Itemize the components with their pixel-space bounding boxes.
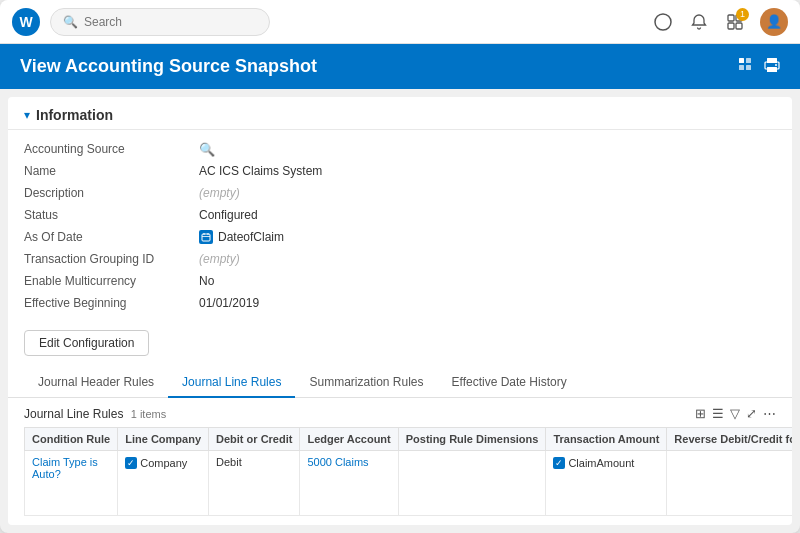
svg-rect-11 (767, 67, 777, 72)
effective-beginning-value: 01/01/2019 (199, 296, 259, 310)
cell-transaction-amount: ClaimAmount (546, 451, 667, 516)
page-title: View Accounting Source Snapshot (20, 56, 317, 77)
col-debit-credit: Debit or Credit (209, 428, 300, 451)
cell-ledger-account: 5000 Claims (300, 451, 398, 516)
workday-logo[interactable]: W (12, 8, 40, 36)
nav-icons: 1 👤 (652, 8, 788, 36)
svg-rect-8 (746, 65, 751, 70)
cell-reverse-debit (667, 451, 792, 516)
collapse-icon[interactable]: ▾ (24, 108, 30, 122)
multicurrency-row: Enable Multicurrency No (24, 270, 776, 292)
search-bar[interactable]: 🔍 (50, 8, 270, 36)
top-navigation: W 🔍 (0, 0, 800, 44)
transaction-grouping-row: Transaction Grouping ID (empty) (24, 248, 776, 270)
edit-configuration-button[interactable]: Edit Configuration (24, 330, 149, 356)
description-value: (empty) (199, 186, 240, 200)
date-icon (199, 230, 213, 244)
tab-effective-date-history[interactable]: Effective Date History (438, 368, 581, 398)
description-label: Description (24, 186, 199, 200)
tab-summarization-rules[interactable]: Summarization Rules (295, 368, 437, 398)
table-toolbar: Journal Line Rules 1 items ⊞ ☰ ▽ ⤢ ⋯ (24, 406, 776, 421)
col-transaction-amount: Transaction Amount (546, 428, 667, 451)
cell-posting-dimensions (398, 451, 546, 516)
svg-rect-3 (728, 23, 734, 29)
svg-point-0 (655, 14, 671, 30)
more-icon[interactable]: ⋯ (763, 406, 776, 421)
col-condition-rule: Condition Rule (25, 428, 118, 451)
ledger-account-link[interactable]: 5000 Claims (307, 456, 368, 468)
col-ledger-account: Ledger Account (300, 428, 398, 451)
svg-rect-5 (739, 58, 744, 63)
cell-debit-credit: Debit (209, 451, 300, 516)
as-of-date-row: As Of Date DateofClaim (24, 226, 776, 248)
status-label: Status (24, 208, 199, 222)
svg-point-12 (775, 64, 777, 66)
list-view-icon[interactable]: ☰ (712, 406, 724, 421)
effective-beginning-label: Effective Beginning (24, 296, 199, 310)
status-value: Configured (199, 208, 258, 222)
page-header: View Accounting Source Snapshot (0, 44, 800, 89)
tabs: Journal Header Rules Journal Line Rules … (8, 368, 792, 398)
svg-rect-7 (739, 65, 744, 70)
grid-icon[interactable] (738, 57, 754, 77)
apps-badge: 1 (736, 8, 749, 21)
amount-checkbox (553, 457, 565, 469)
search-input[interactable] (84, 15, 244, 29)
col-posting-dimensions: Posting Rule Dimensions (398, 428, 546, 451)
main-content: ▾ Information Accounting Source 🔍 Name A… (8, 97, 792, 525)
cell-line-company: Company (118, 451, 209, 516)
form-fields: Accounting Source 🔍 Name AC ICS Claims S… (8, 130, 792, 322)
svg-rect-6 (746, 58, 751, 63)
search-icon: 🔍 (63, 15, 78, 29)
svg-rect-13 (202, 234, 210, 241)
table-title: Journal Line Rules (24, 407, 123, 421)
accounting-source-row: Accounting Source 🔍 (24, 138, 776, 160)
name-label: Name (24, 164, 199, 178)
col-line-company: Line Company (118, 428, 209, 451)
as-of-date-value: DateofClaim (199, 230, 284, 244)
chat-icon[interactable] (652, 11, 674, 33)
tab-journal-header-rules[interactable]: Journal Header Rules (24, 368, 168, 398)
condition-rule-link[interactable]: Claim Type is Auto? (32, 456, 98, 480)
accounting-source-label: Accounting Source (24, 142, 199, 156)
table-section: Journal Line Rules 1 items ⊞ ☰ ▽ ⤢ ⋯ Con… (8, 398, 792, 516)
transaction-grouping-value: (empty) (199, 252, 240, 266)
user-avatar[interactable]: 👤 (760, 8, 788, 36)
tab-journal-line-rules[interactable]: Journal Line Rules (168, 368, 295, 398)
table-count: 1 items (131, 408, 166, 420)
header-actions (738, 57, 780, 77)
journal-line-rules-table: Condition Rule Line Company Debit or Cre… (24, 427, 792, 516)
company-checkbox (125, 457, 137, 469)
status-row: Status Configured (24, 204, 776, 226)
filter-icon[interactable]: ▽ (730, 406, 740, 421)
svg-rect-1 (728, 15, 734, 21)
transaction-grouping-label: Transaction Grouping ID (24, 252, 199, 266)
effective-beginning-row: Effective Beginning 01/01/2019 (24, 292, 776, 314)
as-of-date-label: As Of Date (24, 230, 199, 244)
svg-rect-4 (736, 23, 742, 29)
field-search-icon[interactable]: 🔍 (199, 142, 215, 157)
grid-view-icon[interactable]: ⊞ (695, 406, 706, 421)
table-title-area: Journal Line Rules 1 items (24, 407, 166, 421)
apps-icon[interactable]: 1 (724, 11, 746, 33)
col-reverse-debit: Reverse Debit/Credit for Negative Amount (667, 428, 792, 451)
accounting-source-value: 🔍 (199, 142, 215, 157)
expand-icon[interactable]: ⤢ (746, 406, 757, 421)
multicurrency-value: No (199, 274, 214, 288)
name-row: Name AC ICS Claims System (24, 160, 776, 182)
notification-icon[interactable] (688, 11, 710, 33)
multicurrency-label: Enable Multicurrency (24, 274, 199, 288)
section-title: Information (36, 107, 113, 123)
description-row: Description (empty) (24, 182, 776, 204)
information-section-header: ▾ Information (8, 97, 792, 130)
print-icon[interactable] (764, 57, 780, 77)
table-header-row: Condition Rule Line Company Debit or Cre… (25, 428, 793, 451)
table-tools: ⊞ ☰ ▽ ⤢ ⋯ (695, 406, 776, 421)
table-row: Claim Type is Auto? Company Debit 5000 C… (25, 451, 793, 516)
cell-condition-rule: Claim Type is Auto? (25, 451, 118, 516)
name-value: AC ICS Claims System (199, 164, 322, 178)
